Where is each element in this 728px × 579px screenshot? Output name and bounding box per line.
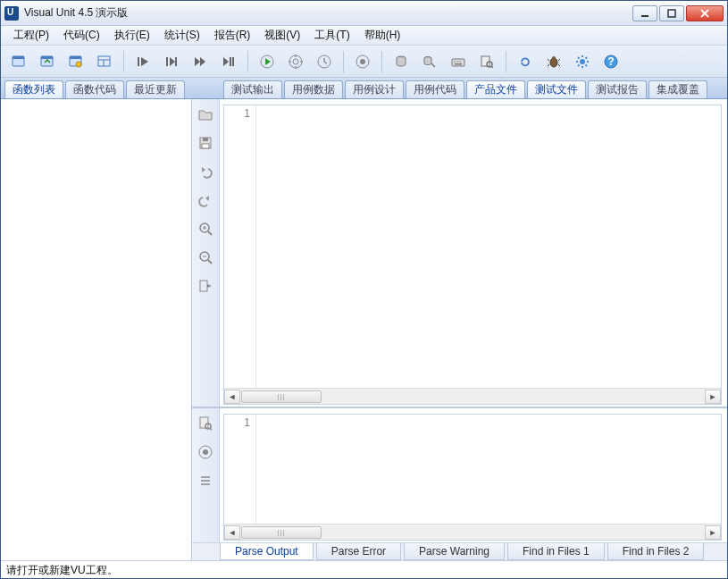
menu-stats[interactable]: 统计(S): [157, 26, 207, 45]
tab-case-design[interactable]: 用例设计: [345, 80, 404, 98]
zoom-in-icon[interactable]: [196, 219, 215, 239]
bottom-editor-side-toolbar: [192, 408, 220, 542]
tab-parse-warning[interactable]: Parse Warning: [404, 543, 505, 560]
svg-marker-17: [170, 57, 175, 66]
search-doc-icon[interactable]: [196, 414, 215, 433]
svg-line-60: [586, 64, 588, 66]
database-link-button[interactable]: [417, 49, 442, 74]
svg-rect-14: [138, 57, 139, 66]
top-editor-code[interactable]: [256, 105, 721, 388]
maximize-button[interactable]: [659, 5, 684, 21]
top-editor-hscrollbar[interactable]: ◄ ||| ►: [224, 388, 721, 404]
svg-rect-39: [452, 59, 464, 66]
scroll-left-button[interactable]: ◄: [224, 525, 240, 540]
close-button[interactable]: [686, 5, 724, 21]
menu-help[interactable]: 帮助(H): [357, 26, 408, 45]
status-text: 请打开或新建VU工程。: [6, 564, 118, 576]
zoom-out-icon[interactable]: [196, 248, 215, 267]
tab-product-file[interactable]: 产品文件: [466, 80, 525, 98]
svg-marker-15: [141, 57, 148, 66]
tab-test-output[interactable]: 测试输出: [223, 80, 282, 98]
folder-icon[interactable]: [196, 105, 215, 124]
redo-icon[interactable]: [196, 190, 215, 210]
svg-line-52: [548, 64, 549, 66]
scroll-right-button[interactable]: ►: [705, 390, 721, 404]
tab-coverage[interactable]: 集成覆盖: [649, 80, 707, 98]
play-skip-button[interactable]: [188, 49, 213, 74]
tab-function-list[interactable]: 函数列表: [4, 80, 63, 98]
menu-execute[interactable]: 执行(E): [107, 26, 157, 45]
play-next-button[interactable]: [159, 49, 184, 74]
layout-button[interactable]: [92, 49, 117, 74]
open-window-button[interactable]: [35, 49, 60, 74]
svg-marker-69: [205, 196, 209, 201]
goto-icon[interactable]: [196, 276, 215, 296]
svg-rect-66: [203, 138, 208, 141]
bug-button[interactable]: [541, 49, 566, 74]
keyboard-button[interactable]: [446, 49, 471, 74]
tab-test-file[interactable]: 测试文件: [527, 80, 586, 98]
scroll-left-button[interactable]: ◄: [224, 390, 240, 404]
tab-recent[interactable]: 最近更新: [126, 80, 185, 98]
tab-find-files-1[interactable]: Find in Files 1: [507, 543, 605, 560]
scroll-track[interactable]: |||: [240, 525, 705, 540]
svg-rect-1: [668, 10, 675, 17]
function-list-panel[interactable]: [1, 99, 192, 560]
scroll-right-button[interactable]: ►: [705, 525, 721, 540]
refresh-button[interactable]: [513, 49, 538, 74]
tab-parse-output[interactable]: Parse Output: [220, 543, 314, 560]
svg-marker-68: [202, 167, 205, 172]
svg-rect-9: [70, 56, 81, 59]
target-button[interactable]: [283, 49, 308, 74]
svg-rect-23: [232, 57, 234, 66]
svg-line-59: [578, 57, 580, 59]
top-editor-gutter: 1: [224, 105, 256, 388]
line-number: 1: [244, 416, 250, 429]
minimize-button[interactable]: [632, 5, 657, 21]
svg-line-61: [578, 64, 580, 66]
help-button[interactable]: ?: [598, 49, 623, 74]
save-icon[interactable]: [196, 133, 215, 153]
scroll-track[interactable]: |||: [240, 390, 705, 404]
settings-button[interactable]: [570, 49, 595, 74]
top-editor[interactable]: 1 ◄ ||| ►: [223, 105, 722, 405]
menu-tools[interactable]: 工具(T): [307, 26, 356, 45]
inspect-button[interactable]: [474, 49, 499, 74]
tab-find-files-2[interactable]: Find in Files 2: [607, 543, 705, 560]
tab-function-code[interactable]: 函数代码: [65, 80, 124, 98]
run-button[interactable]: [255, 49, 280, 74]
svg-line-51: [558, 59, 560, 61]
menu-view[interactable]: 视图(V): [257, 26, 307, 45]
svg-rect-67: [202, 144, 209, 148]
menu-report[interactable]: 报告(R): [207, 26, 258, 45]
new-window-button[interactable]: [6, 49, 31, 74]
bottom-editor[interactable]: 1 ◄ ||| ►: [223, 414, 722, 541]
bottom-editor-hscrollbar[interactable]: ◄ ||| ►: [224, 524, 721, 540]
clock-button[interactable]: [312, 49, 337, 74]
svg-point-41: [456, 61, 458, 63]
list-icon[interactable]: [196, 471, 215, 491]
tab-parse-error[interactable]: Parse Error: [316, 543, 401, 560]
record-circle-icon[interactable]: [196, 442, 215, 462]
recent-window-button[interactable]: [63, 49, 88, 74]
scroll-thumb[interactable]: |||: [241, 526, 322, 539]
menu-code[interactable]: 代码(C): [56, 26, 107, 45]
bottom-editor-code[interactable]: [256, 415, 721, 524]
svg-rect-16: [166, 57, 168, 66]
svg-marker-20: [200, 57, 205, 66]
play-jump-button[interactable]: [216, 49, 241, 74]
record-button[interactable]: [350, 49, 375, 74]
top-editor-side-toolbar: [192, 99, 220, 407]
svg-point-27: [293, 59, 298, 64]
tab-case-code[interactable]: 用例代码: [406, 80, 464, 98]
svg-point-26: [289, 55, 302, 68]
tab-case-data[interactable]: 用例数据: [284, 80, 343, 98]
database-button[interactable]: [389, 49, 414, 74]
svg-marker-19: [195, 57, 200, 66]
menu-project[interactable]: 工程(P): [6, 26, 56, 45]
tab-test-report[interactable]: 测试报告: [588, 80, 647, 98]
scroll-thumb[interactable]: |||: [241, 390, 322, 403]
play-first-button[interactable]: [130, 49, 155, 74]
undo-icon[interactable]: [196, 162, 215, 181]
svg-rect-0: [641, 15, 649, 17]
